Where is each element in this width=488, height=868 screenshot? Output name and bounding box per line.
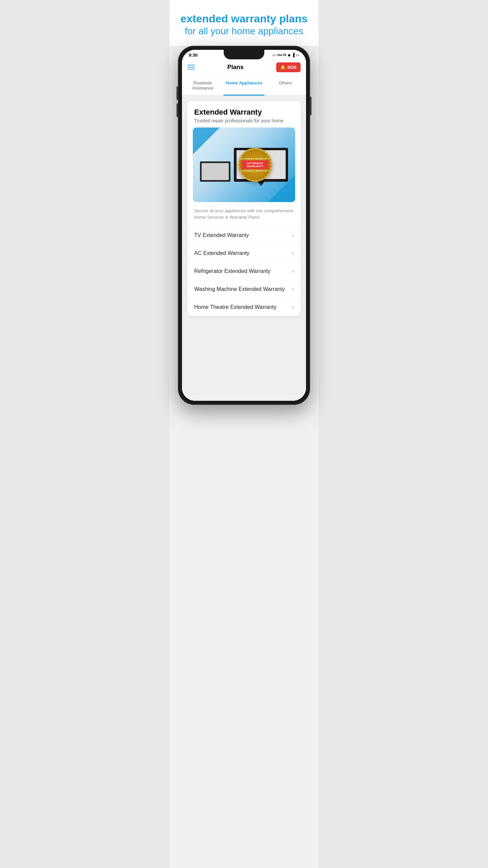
hero-title-bold: extended warranty plans — [178, 12, 310, 25]
app-bar: Plans 🔔 SOS — [182, 59, 306, 76]
tv-small-screen — [202, 163, 229, 180]
warranty-item-tv[interactable]: TV Extended Warranty › — [187, 226, 301, 244]
bell-icon: 🔔 — [280, 65, 286, 70]
chevron-right-icon-washing-machine: › — [292, 286, 294, 292]
tab-roadside-assistance[interactable]: Roadside Assistance — [182, 76, 223, 95]
warranty-item-washing-machine-label: Washing Machine Extended Warranty — [194, 286, 285, 292]
card-header: Extended Warranty Trusted repair profess… — [187, 101, 301, 127]
tab-others-label: Others — [279, 80, 292, 85]
chevron-right-icon-ac: › — [292, 250, 294, 256]
phone-frame: 9:30 ▭ VoLTE ◆ ▐ ▭ Plans 🔔 — [178, 46, 310, 405]
warranty-list: TV Extended Warranty › AC Extended Warra… — [187, 226, 301, 316]
chevron-right-icon-refrigerator: › — [292, 268, 294, 274]
volume-down-button — [177, 103, 178, 117]
warranty-item-refrigerator[interactable]: Refrigerator Extended Warranty › — [187, 262, 301, 280]
tabs-bar: Roadside Assistance Home Appliances Othe… — [182, 76, 306, 96]
hamburger-line-2 — [187, 67, 195, 67]
signal-icon: ▐ — [292, 53, 294, 57]
card-subtitle: Trusted repair professionals for your ho… — [194, 118, 294, 123]
warranty-item-home-theatre-label: Home Theatre Extended Warranty — [194, 304, 277, 310]
tab-others[interactable]: Others — [265, 76, 306, 95]
hamburger-line-3 — [187, 69, 195, 70]
tab-home-appliances-label: Home Appliances — [226, 80, 263, 85]
badge-text-bottom: EXTENDED WARRANTY — [241, 170, 270, 172]
card-title: Extended Warranty — [194, 108, 294, 117]
sos-label: SOS — [287, 65, 297, 70]
card-description: Secure all your appliances with our comp… — [187, 208, 301, 226]
badge-ribbon: EXTENDED WARRANTY — [242, 160, 269, 169]
status-time: 9:30 — [189, 53, 198, 58]
status-icons: ▭ VoLTE ◆ ▐ ▭ — [272, 53, 299, 57]
power-button — [310, 97, 311, 115]
volte-icon: VoLTE — [277, 53, 286, 57]
battery-icon: ▭ — [296, 53, 299, 57]
warranty-item-washing-machine[interactable]: Washing Machine Extended Warranty › — [187, 280, 301, 298]
chevron-right-icon-home-theatre: › — [292, 304, 294, 310]
page-wrapper: extended warranty plans for all your hom… — [169, 0, 319, 868]
tab-roadside-label: Roadside Assistance — [192, 80, 214, 91]
notch — [224, 50, 264, 59]
warranty-item-refrigerator-label: Refrigerator Extended Warranty — [194, 268, 270, 274]
warranty-item-home-theatre[interactable]: Home Theatre Extended Warranty › — [187, 298, 301, 316]
warranty-item-tv-label: TV Extended Warranty — [194, 232, 249, 238]
warranty-banner: EXTENDED WARRANTY EXTENDED WARRANTY EXTE… — [193, 127, 295, 202]
warranty-card: Extended Warranty Trusted repair profess… — [187, 101, 301, 316]
menu-button[interactable] — [187, 65, 195, 70]
chevron-right-icon-tv: › — [292, 232, 294, 238]
tv-small — [200, 161, 230, 182]
content-area: Extended Warranty Trusted repair profess… — [182, 96, 306, 401]
wifi-icon: ◆ — [288, 53, 290, 57]
warranty-item-ac[interactable]: AC Extended Warranty › — [187, 244, 301, 262]
nfc-icon: ▭ — [272, 53, 276, 57]
warranty-badge: EXTENDED WARRANTY EXTENDED WARRANTY EXTE… — [237, 146, 274, 183]
status-bar: 9:30 ▭ VoLTE ◆ ▐ ▭ — [182, 50, 306, 59]
badge-text-top: EXTENDED WARRANTY — [241, 158, 270, 160]
tab-home-appliances[interactable]: Home Appliances — [223, 76, 265, 95]
hero-title-light: for all your home appliances — [178, 25, 310, 37]
hero-header: extended warranty plans for all your hom… — [169, 0, 319, 46]
warranty-item-ac-label: AC Extended Warranty — [194, 250, 249, 256]
app-title: Plans — [227, 64, 244, 71]
phone-screen: 9:30 ▭ VoLTE ◆ ▐ ▭ Plans 🔔 — [182, 50, 306, 401]
sos-button[interactable]: 🔔 SOS — [276, 62, 301, 72]
badge-circle: EXTENDED WARRANTY EXTENDED WARRANTY EXTE… — [238, 148, 272, 182]
hamburger-line-1 — [187, 65, 195, 65]
volume-up-button — [177, 86, 178, 100]
